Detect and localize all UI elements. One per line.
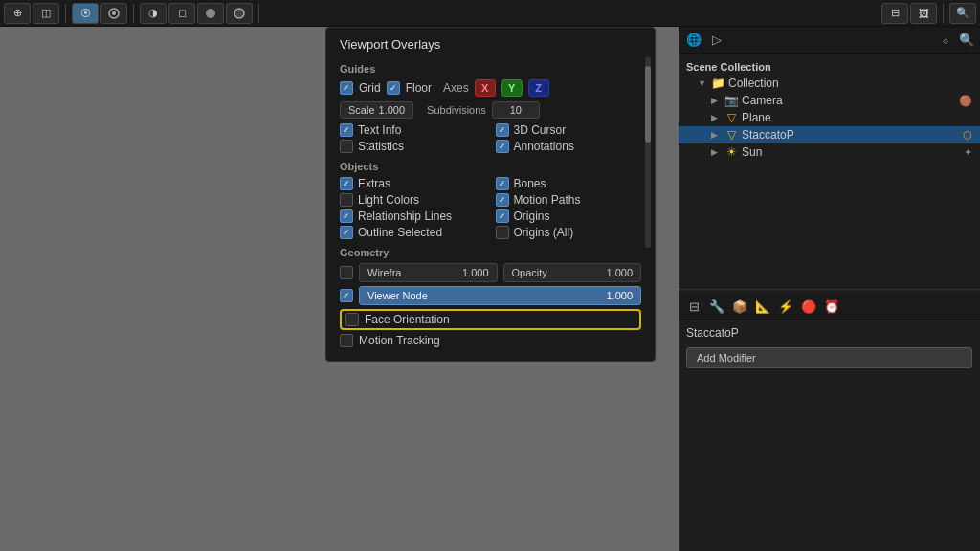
extras-label: Extras bbox=[358, 177, 390, 190]
properties-icon[interactable]: ⊟ bbox=[684, 297, 703, 316]
right-search-icon[interactable]: 🔍 bbox=[959, 33, 974, 47]
text-info-label: Text Info bbox=[358, 123, 401, 137]
material-icon[interactable]: 🔴 bbox=[799, 297, 818, 316]
physics-icon[interactable]: 🔧 bbox=[707, 297, 726, 316]
axis-x-btn[interactable]: X bbox=[475, 79, 496, 97]
gizmo-toggle-btn[interactable] bbox=[100, 3, 127, 24]
shading-rendered-btn[interactable] bbox=[197, 3, 224, 24]
animation-icon[interactable]: ⏰ bbox=[822, 297, 841, 316]
geometry-section-label: Geometry bbox=[340, 247, 641, 258]
opacity-field[interactable]: Opacity 1.000 bbox=[503, 263, 642, 282]
plane-item[interactable]: ▶ ▽ Plane bbox=[679, 109, 980, 126]
statistics-label: Statistics bbox=[358, 140, 404, 153]
toolbar-separator bbox=[65, 4, 66, 23]
scene-collection-icon[interactable]: 🌐 bbox=[684, 31, 703, 50]
motion-tracking-label: Motion Tracking bbox=[359, 334, 440, 347]
svg-point-3 bbox=[234, 9, 244, 18]
bones-checkbox[interactable] bbox=[496, 177, 509, 190]
modifier-object-name: StaccatoP bbox=[686, 326, 972, 340]
floor-checkbox[interactable] bbox=[387, 81, 400, 95]
text-info-row: Text Info bbox=[340, 123, 486, 137]
axis-y-btn[interactable]: Y bbox=[501, 79, 523, 97]
viewport-overlays-popup: Viewport Overlays Guides Grid Floor Axes… bbox=[325, 27, 656, 362]
subdivisions-value: 10 bbox=[492, 101, 540, 119]
objects-grid: Extras Bones Light Colors Motion Paths bbox=[340, 177, 641, 239]
collection-folder-item[interactable]: ▼ 📁 Collection bbox=[679, 75, 980, 92]
floor-label: Floor bbox=[406, 81, 432, 95]
outline-selected-checkbox[interactable] bbox=[340, 226, 353, 239]
scene-collection-panel: Scene Collection ▼ 📁 Collection ▶ 📷 Came… bbox=[679, 54, 980, 285]
right-filter-icon[interactable]: ⬦ bbox=[936, 31, 955, 50]
sun-item[interactable]: ▶ ☀ Sun ✦ bbox=[679, 143, 980, 161]
face-orientation-row: Face Orientation bbox=[340, 309, 641, 330]
axis-z-btn[interactable]: Z bbox=[528, 79, 549, 97]
viewer-node-checkbox[interactable] bbox=[340, 289, 353, 302]
viewer-node-label: Viewer Node bbox=[368, 290, 428, 301]
add-modifier-button[interactable]: Add Modifier bbox=[686, 347, 972, 368]
annotations-checkbox[interactable] bbox=[496, 140, 509, 153]
wireframe-value: 1.000 bbox=[462, 267, 489, 278]
origins-all-label: Origins (All) bbox=[514, 226, 574, 239]
relationship-lines-row: Relationship Lines bbox=[340, 209, 486, 223]
motion-tracking-row: Motion Tracking bbox=[340, 334, 641, 347]
scroll-indicator[interactable] bbox=[645, 56, 651, 248]
face-orientation-checkbox[interactable] bbox=[345, 313, 359, 326]
wireframe-row: Wirefra 1.000 Opacity 1.000 bbox=[340, 263, 641, 282]
sun-caret: ▶ bbox=[711, 147, 721, 157]
origins-all-row: Origins (All) bbox=[496, 226, 642, 239]
extras-checkbox[interactable] bbox=[340, 177, 353, 190]
wireframe-checkbox[interactable] bbox=[340, 266, 353, 279]
relationship-lines-label: Relationship Lines bbox=[358, 209, 452, 223]
top-search-btn[interactable]: 🔍 bbox=[949, 3, 976, 24]
motion-tracking-checkbox[interactable] bbox=[340, 334, 353, 347]
viewport[interactable]: Viewport Overlays Guides Grid Floor Axes… bbox=[0, 27, 679, 551]
sun-icon: ☀ bbox=[724, 145, 738, 159]
scroll-thumb bbox=[645, 66, 651, 143]
staccatop-modifier-icon: ⬡ bbox=[963, 129, 972, 142]
wireframe-field[interactable]: Wirefra 1.000 bbox=[359, 263, 498, 282]
plane-label: Plane bbox=[742, 111, 771, 124]
motion-paths-checkbox[interactable] bbox=[496, 193, 509, 207]
view-btn[interactable]: ◫ bbox=[33, 3, 59, 24]
staccatop-item[interactable]: ▶ ▽ StaccatoP ⬡ bbox=[679, 126, 980, 143]
origins-all-checkbox[interactable] bbox=[496, 226, 509, 239]
3d-cursor-checkbox[interactable] bbox=[496, 123, 509, 137]
origins-checkbox[interactable] bbox=[496, 209, 509, 223]
collection-caret: ▼ bbox=[698, 78, 707, 88]
light-colors-checkbox[interactable] bbox=[340, 193, 353, 207]
objects-section-label: Objects bbox=[340, 161, 641, 172]
statistics-row: Statistics bbox=[340, 140, 486, 153]
modifier-icon[interactable]: ⚡ bbox=[776, 297, 795, 316]
right-bottom-bar: ⊟ 🔧 📦 📐 ⚡ 🔴 ⏰ bbox=[679, 294, 980, 320]
outline-selected-label: Outline Selected bbox=[358, 226, 442, 239]
3d-cursor-label: 3D Cursor bbox=[514, 123, 567, 137]
plane-icon: ▽ bbox=[724, 111, 738, 124]
cursor-tool-btn[interactable]: ⊕ bbox=[4, 3, 31, 24]
staccatop-caret: ▶ bbox=[711, 130, 721, 140]
layout-editor-btn[interactable]: ⊟ bbox=[881, 3, 908, 24]
grid-checkbox[interactable] bbox=[340, 81, 353, 95]
shading-solid-btn[interactable]: ◑ bbox=[140, 3, 167, 24]
shading-wireframe-btn[interactable]: ◻ bbox=[168, 3, 195, 24]
plane-caret: ▶ bbox=[711, 113, 721, 122]
relationship-lines-checkbox[interactable] bbox=[340, 209, 353, 223]
toolbar-sep3 bbox=[258, 4, 259, 23]
camera-item[interactable]: ▶ 📷 Camera 🟤 bbox=[679, 92, 980, 109]
constraints-icon[interactable]: 📐 bbox=[753, 297, 772, 316]
text-info-checkbox[interactable] bbox=[340, 123, 353, 137]
particles-icon[interactable]: 📦 bbox=[730, 297, 749, 316]
image-btn[interactable]: 🖼 bbox=[910, 3, 937, 24]
scene-icon[interactable]: ▷ bbox=[707, 31, 726, 50]
scale-field[interactable]: Scale 1.000 bbox=[340, 101, 413, 119]
bones-label: Bones bbox=[514, 177, 546, 190]
shading-material-btn[interactable] bbox=[226, 3, 253, 24]
camera-extra-icon: 🟤 bbox=[959, 95, 972, 107]
origins-row: Origins bbox=[496, 209, 642, 223]
viewer-node-field[interactable]: Viewer Node 1.000 bbox=[359, 286, 641, 305]
scene-collection-title: Scene Collection bbox=[679, 59, 980, 75]
motion-paths-row: Motion Paths bbox=[496, 193, 642, 207]
statistics-checkbox[interactable] bbox=[340, 140, 353, 153]
origins-label: Origins bbox=[514, 209, 550, 223]
staccatop-label: StaccatoP bbox=[742, 128, 794, 142]
overlays-btn[interactable]: ⦿ bbox=[72, 3, 99, 24]
